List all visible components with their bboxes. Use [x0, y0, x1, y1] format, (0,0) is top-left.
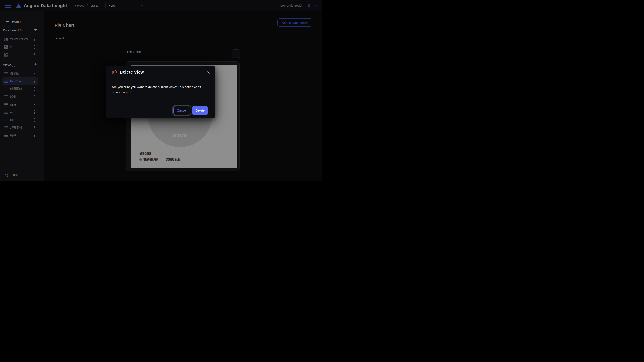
kebab-menu-icon[interactable]	[34, 125, 36, 130]
view-item-label: Pie Chart	[10, 80, 23, 83]
sidebar: Home Dashboard(3) + 22222222222... 2 1	[0, 11, 44, 181]
list-icon	[4, 80, 8, 83]
dashboard-item-label: 2	[10, 45, 12, 49]
view-item-label: 觸發	[10, 95, 16, 99]
views-section-label: Views(9)	[3, 63, 16, 67]
legend-item-label: 無觸發紀錄	[166, 158, 181, 161]
menu-icon[interactable]	[5, 4, 11, 8]
sidebar-item-view[interactable]: 長條圖	[2, 70, 38, 77]
sidebar-item-dashboard[interactable]: 1	[2, 51, 38, 59]
top-bar: Asgard Data Insight Project / starter He…	[0, 0, 322, 11]
view-item-label: 長條圖	[10, 72, 19, 76]
dashboard-select[interactable]: Hero	[105, 2, 146, 9]
sidebar-item-dashboard[interactable]: 22222222222...	[2, 35, 38, 43]
dialog-header: Delete View	[106, 66, 215, 78]
chevron-down-icon	[141, 4, 143, 6]
chevron-down-icon[interactable]	[314, 4, 318, 7]
view-item-label: 只有表格	[10, 126, 22, 129]
kebab-menu-icon[interactable]	[34, 102, 36, 107]
breadcrumb-project[interactable]: Project	[74, 4, 84, 7]
help-label: Help	[12, 173, 18, 176]
chart-card-title: Pie Chart	[127, 50, 141, 54]
delete-view-dialog: Delete View Are you sure you want to del…	[106, 66, 216, 118]
home-label: Home	[12, 20, 20, 23]
arrow-left-icon	[6, 20, 10, 23]
legend-dot-blue	[140, 158, 142, 161]
legend-item-label: 有觸發紀錄	[144, 158, 158, 161]
list-icon	[4, 88, 8, 91]
view-item-label: 轉導	[10, 133, 16, 137]
legend-item-triggered[interactable]: 有觸發紀錄	[140, 158, 158, 161]
add-view-icon[interactable]: +	[34, 62, 37, 67]
dashboard-section-label: Dashboard(3)	[3, 28, 23, 32]
add-dashboard-icon[interactable]: +	[34, 27, 37, 32]
sidebar-item-view[interactable]: 觸發	[2, 93, 38, 101]
dialog-title: Delete View	[120, 70, 144, 75]
dashboard-item-label: 1	[10, 53, 12, 56]
sidebar-item-view[interactable]: 觸發圓餅	[2, 85, 38, 93]
list-icon	[4, 118, 8, 122]
kebab-menu-icon[interactable]	[34, 37, 36, 42]
dialog-footer: Cancel Delete	[106, 103, 215, 118]
legend-title: 規則狀態	[140, 152, 180, 156]
sidebar-item-view-selected[interactable]: Pie Chart	[2, 77, 38, 85]
view-item-label: rule	[10, 118, 15, 122]
kebab-menu-icon[interactable]	[34, 52, 36, 57]
delete-button[interactable]: Delete	[192, 106, 208, 115]
list-icon	[4, 95, 8, 98]
dashboard-grid-icon	[4, 38, 8, 41]
back-home-button[interactable]: Home	[6, 19, 41, 24]
chart-legend: 規則狀態 有觸發紀錄 無觸發紀錄	[140, 152, 180, 161]
kebab-menu-icon[interactable]	[34, 110, 36, 115]
kebab-menu-icon	[236, 52, 236, 56]
sidebar-item-view[interactable]: 只有表格	[2, 124, 38, 131]
dashboard-item-label: 22222222222...	[10, 38, 31, 41]
sidebar-item-view[interactable]: app	[2, 108, 38, 116]
error-circle-x-icon	[112, 70, 117, 75]
breadcrumb: Project / starter	[74, 4, 100, 7]
sidebar-item-view[interactable]: save	[2, 101, 38, 108]
dashboard-grid-icon	[4, 53, 8, 57]
views-section-header: Views(9) +	[3, 62, 44, 67]
kebab-menu-icon[interactable]	[34, 71, 36, 76]
dashboard-select-value: Hero	[108, 4, 115, 7]
kebab-menu-icon[interactable]	[34, 117, 36, 122]
add-to-dashboard-button[interactable]: Add to Dashboard	[278, 19, 312, 27]
list-icon	[4, 134, 8, 137]
dashboard-section-header: Dashboard(3) +	[3, 28, 44, 33]
kebab-menu-icon[interactable]	[34, 44, 36, 50]
view-item-label: app	[10, 110, 15, 114]
close-icon[interactable]	[206, 70, 210, 75]
help-icon: ?	[5, 173, 10, 177]
legend-item-untriggered[interactable]: 無觸發紀錄	[162, 158, 181, 161]
kebab-menu-icon[interactable]	[34, 133, 36, 138]
list-icon	[4, 111, 8, 114]
list-icon	[4, 126, 8, 129]
sidebar-item-dashboard[interactable]: 2	[2, 43, 38, 51]
sidebar-item-view[interactable]: rule	[2, 116, 38, 124]
kebab-menu-icon[interactable]	[34, 86, 36, 92]
dashboard-grid-icon	[4, 45, 8, 49]
page-title: Pie Chart	[54, 23, 74, 28]
kebab-menu-icon[interactable]	[34, 94, 36, 99]
breadcrumb-current[interactable]: starter	[90, 4, 100, 7]
cancel-button[interactable]: Cancel	[174, 106, 190, 115]
list-icon	[4, 72, 8, 75]
semantic-model-link[interactable]: semanticModel	[280, 4, 302, 7]
record-label: record	[54, 37, 64, 40]
user-icon[interactable]	[306, 3, 312, 8]
view-item-label: 觸發圓餅	[10, 87, 22, 91]
pie-slice-data-label: 18 (94.7%)	[173, 134, 187, 137]
help-button[interactable]: ? Help	[5, 173, 18, 177]
dialog-body: Are you sure you want to delete current …	[106, 79, 215, 102]
chart-options-button[interactable]	[232, 49, 240, 58]
kebab-menu-icon[interactable]	[34, 79, 36, 84]
app-root: Asgard Data Insight Project / starter He…	[0, 0, 322, 181]
list-icon	[4, 103, 8, 106]
sidebar-item-view[interactable]: 轉導	[2, 131, 38, 139]
breadcrumb-separator: /	[87, 4, 88, 7]
dialog-message: Are you sure you want to delete current …	[112, 85, 205, 95]
app-title: Asgard Data Insight	[24, 3, 67, 8]
legend-dot-gray	[162, 158, 164, 161]
view-item-label: save	[10, 103, 17, 106]
